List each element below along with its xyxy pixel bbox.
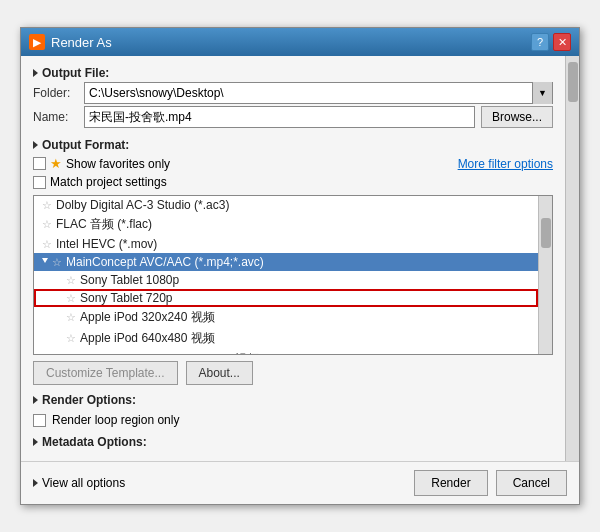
metadata-header: Metadata Options:: [33, 435, 553, 449]
render-as-dialog: ▶ Render As ? ✕ Output File: Folder: C:\…: [20, 27, 580, 505]
format-flac-label: FLAC 音频 (*.flac): [56, 216, 152, 233]
star-apple640: ☆: [66, 332, 76, 345]
star-mainconcept: ☆: [52, 256, 62, 269]
star-intel: ☆: [42, 238, 52, 251]
loop-region-label: Render loop region only: [52, 413, 179, 427]
output-format-label: Output Format:: [42, 138, 129, 152]
star-dolby: ☆: [42, 199, 52, 212]
format-dolby-label: Dolby Digital AC-3 Studio (*.ac3): [56, 198, 229, 212]
format-ipad720-label: Apple iPad/iPhone 4 720p30 视频: [80, 351, 259, 354]
render-options-triangle: [33, 396, 38, 404]
star-sony720: ☆: [66, 292, 76, 305]
mainconcept-arrow: [42, 258, 48, 266]
render-options-header: Render Options:: [33, 393, 553, 407]
cancel-button[interactable]: Cancel: [496, 470, 567, 496]
format-sony720[interactable]: ☆ Sony Tablet 720p: [34, 289, 538, 307]
format-intel-label: Intel HEVC (*.mov): [56, 237, 157, 251]
render-options-label: Render Options:: [42, 393, 136, 407]
render-button[interactable]: Render: [414, 470, 487, 496]
format-list-scrollbar[interactable]: [538, 196, 552, 354]
view-all-triangle: [33, 479, 38, 487]
main-scrollbar[interactable]: [565, 56, 579, 461]
output-format-section: Output Format: ★ Show favorites only Mor…: [33, 138, 553, 385]
app-icon: ▶: [29, 34, 45, 50]
output-file-section: Output File: Folder: C:\Users\snowy\Desk…: [33, 66, 553, 130]
browse-button[interactable]: Browse...: [481, 106, 553, 128]
format-option-left: ★ Show favorites only: [33, 156, 170, 171]
output-file-triangle: [33, 69, 38, 77]
folder-value: C:\Users\snowy\Desktop\: [89, 86, 224, 100]
show-favorites-checkbox[interactable]: [33, 157, 46, 170]
star-sony1080: ☆: [66, 274, 76, 287]
format-mainconcept-label: MainConcept AVC/AAC (*.mp4;*.avc): [66, 255, 264, 269]
metadata-triangle: [33, 438, 38, 446]
match-project-label: Match project settings: [50, 175, 167, 189]
name-row: Name: Browse...: [33, 106, 553, 128]
format-dolby[interactable]: ☆ Dolby Digital AC-3 Studio (*.ac3): [34, 196, 538, 214]
bottom-bar: View all options Render Cancel: [21, 461, 579, 504]
format-flac[interactable]: ☆ FLAC 音频 (*.flac): [34, 214, 538, 235]
format-mainconcept[interactable]: ☆ MainConcept AVC/AAC (*.mp4;*.avc): [34, 253, 538, 271]
render-options-section: Render Options: Render loop region only: [33, 393, 553, 427]
dialog-title: Render As: [51, 35, 112, 50]
titlebar-left: ▶ Render As: [29, 34, 112, 50]
match-project-row: Match project settings: [33, 175, 553, 189]
format-sony1080-label: Sony Tablet 1080p: [80, 273, 179, 287]
about-button[interactable]: About...: [186, 361, 253, 385]
view-all-options: View all options: [33, 476, 125, 490]
star-ipad720: ☆: [66, 353, 76, 354]
folder-dropdown-arrow[interactable]: ▼: [532, 82, 552, 104]
format-apple320-label: Apple iPod 320x240 视频: [80, 309, 215, 326]
format-apple320[interactable]: ☆ Apple iPod 320x240 视频: [34, 307, 538, 328]
loop-region-row: Render loop region only: [33, 413, 553, 427]
help-button[interactable]: ?: [531, 33, 549, 51]
close-button[interactable]: ✕: [553, 33, 571, 51]
output-format-header: Output Format:: [33, 138, 553, 152]
metadata-label: Metadata Options:: [42, 435, 147, 449]
folder-dropdown[interactable]: C:\Users\snowy\Desktop\ ▼: [84, 82, 553, 104]
bottom-buttons: Render Cancel: [414, 470, 567, 496]
name-label: Name:: [33, 110, 78, 124]
loop-region-checkbox[interactable]: [33, 414, 46, 427]
metadata-section: Metadata Options:: [33, 435, 553, 451]
folder-row: Folder: C:\Users\snowy\Desktop\ ▼: [33, 82, 553, 104]
view-all-label[interactable]: View all options: [42, 476, 125, 490]
format-buttons: Customize Template... About...: [33, 361, 553, 385]
star-flac: ☆: [42, 218, 52, 231]
more-filter-link[interactable]: More filter options: [458, 157, 553, 171]
titlebar-controls: ? ✕: [531, 33, 571, 51]
format-options-row: ★ Show favorites only More filter option…: [33, 156, 553, 171]
dialog-body: Output File: Folder: C:\Users\snowy\Desk…: [21, 56, 579, 461]
output-file-label: Output File:: [42, 66, 109, 80]
name-input[interactable]: [84, 106, 475, 128]
format-sony720-label: Sony Tablet 720p: [80, 291, 173, 305]
match-project-checkbox[interactable]: [33, 176, 46, 189]
format-list: ☆ Dolby Digital AC-3 Studio (*.ac3) ☆ FL…: [34, 196, 538, 354]
format-scroll-thumb[interactable]: [541, 218, 551, 248]
output-format-triangle: [33, 141, 38, 149]
folder-label: Folder:: [33, 86, 78, 100]
format-apple640[interactable]: ☆ Apple iPod 640x480 视频: [34, 328, 538, 349]
format-ipad720[interactable]: ☆ Apple iPad/iPhone 4 720p30 视频: [34, 349, 538, 354]
format-sony1080[interactable]: ☆ Sony Tablet 1080p: [34, 271, 538, 289]
customize-template-button[interactable]: Customize Template...: [33, 361, 178, 385]
titlebar: ▶ Render As ? ✕: [21, 28, 579, 56]
show-favorites-label: Show favorites only: [66, 157, 170, 171]
star-apple320: ☆: [66, 311, 76, 324]
star-icon-yellow: ★: [50, 156, 62, 171]
format-apple640-label: Apple iPod 640x480 视频: [80, 330, 215, 347]
format-list-container: ☆ Dolby Digital AC-3 Studio (*.ac3) ☆ FL…: [33, 195, 553, 355]
output-file-header: Output File:: [33, 66, 553, 80]
format-intel[interactable]: ☆ Intel HEVC (*.mov): [34, 235, 538, 253]
dialog-content: Output File: Folder: C:\Users\snowy\Desk…: [21, 56, 565, 461]
show-favorites-option: ★ Show favorites only: [33, 156, 170, 171]
main-scroll-thumb[interactable]: [568, 62, 578, 102]
